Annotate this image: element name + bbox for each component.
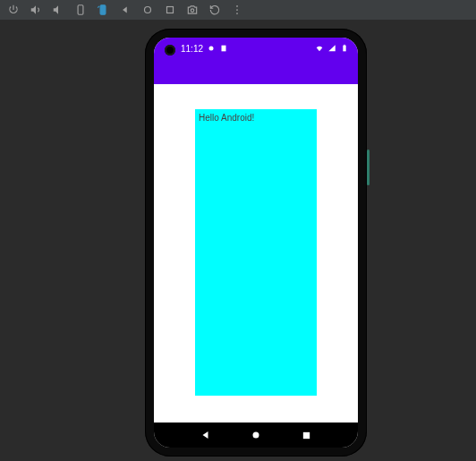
signal-icon: [327, 44, 336, 53]
status-time: 11:12: [181, 44, 203, 54]
volume-down-icon[interactable]: [52, 4, 64, 16]
camera-cutout: [165, 45, 175, 55]
svg-point-7: [236, 13, 238, 14]
svg-rect-10: [343, 46, 345, 52]
debug-icon: [207, 44, 216, 53]
nav-home-button[interactable]: [247, 426, 265, 444]
home-circle-icon[interactable]: [141, 4, 154, 16]
phone-frame: 11:12: [145, 29, 367, 457]
app-action-bar: [154, 59, 358, 84]
screenshot-icon[interactable]: [186, 4, 199, 16]
svg-point-5: [236, 5, 238, 7]
svg-rect-3: [167, 7, 174, 13]
svg-point-2: [145, 7, 151, 13]
device-screen[interactable]: 11:12: [154, 38, 358, 448]
svg-rect-9: [222, 46, 226, 52]
rotate-right-icon[interactable]: [97, 4, 109, 16]
wifi-icon: [315, 44, 324, 53]
notification-icon: [219, 44, 228, 53]
power-button[interactable]: [367, 149, 370, 185]
svg-point-6: [236, 9, 238, 11]
volume-up-icon[interactable]: [30, 4, 42, 16]
rotate-left-icon[interactable]: [74, 4, 87, 16]
android-status-bar: 11:12: [154, 38, 358, 59]
app-content: Hello Android!: [154, 84, 358, 423]
emulator-toolbar: [0, 0, 476, 20]
back-triangle-icon[interactable]: [119, 4, 132, 16]
nav-back-button[interactable]: [197, 426, 215, 444]
svg-rect-11: [344, 45, 345, 46]
svg-point-12: [253, 432, 259, 439]
svg-point-4: [191, 9, 194, 12]
overview-square-icon[interactable]: [164, 4, 176, 16]
reset-icon[interactable]: [208, 4, 221, 16]
svg-point-8: [209, 47, 214, 51]
svg-rect-1: [100, 5, 106, 15]
android-nav-bar: [154, 423, 358, 448]
power-icon[interactable]: [7, 4, 20, 16]
more-icon[interactable]: [231, 4, 243, 16]
nav-overview-button[interactable]: [297, 426, 315, 444]
battery-icon: [340, 44, 349, 53]
svg-rect-0: [78, 5, 83, 15]
cyan-panel: Hello Android!: [195, 109, 317, 396]
emulator-device: 11:12: [145, 29, 367, 457]
greeting-text: Hello Android!: [199, 113, 313, 123]
svg-rect-13: [302, 431, 309, 438]
